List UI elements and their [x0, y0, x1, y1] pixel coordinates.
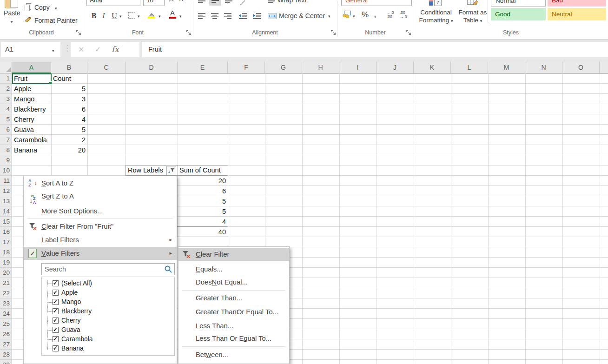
- drag-handle-icon[interactable]: ⋮: [63, 43, 71, 53]
- column-header-d[interactable]: D: [126, 62, 178, 73]
- sheet-row[interactable]: Guava 5: [12, 125, 87, 135]
- font-color-dropdown-icon[interactable]: [179, 14, 182, 18]
- underline-button[interactable]: U: [110, 10, 119, 21]
- decrease-decimal-icon[interactable]: .00→.0: [400, 11, 407, 19]
- sheet-row[interactable]: Cherry 4: [12, 114, 87, 125]
- sheet-row[interactable]: Banana 20: [12, 145, 87, 155]
- font-size-box[interactable]: 10: [143, 0, 165, 6]
- formula-bar[interactable]: Fruit: [142, 42, 608, 57]
- count-cell[interactable]: 5: [82, 125, 86, 135]
- style-good[interactable]: Good: [491, 8, 546, 20]
- style-normal[interactable]: Normal: [491, 0, 546, 7]
- row-header[interactable]: 8: [0, 145, 12, 155]
- pivot-value-cell[interactable]: 5: [178, 196, 228, 206]
- fruit-cell[interactable]: Blackberry: [14, 104, 46, 114]
- selected-cell-a1[interactable]: Fruit: [12, 73, 52, 84]
- row-header[interactable]: 28: [0, 350, 12, 360]
- submenu-item-less-than[interactable]: Less Than...: [178, 320, 289, 331]
- search-icon[interactable]: [164, 265, 172, 273]
- accounting-format-icon[interactable]: [342, 11, 351, 18]
- comma-style-button[interactable]: ,: [374, 8, 377, 19]
- row-header[interactable]: 15: [0, 217, 12, 227]
- row-header[interactable]: 19: [0, 258, 12, 268]
- checkbox-checked-icon[interactable]: [53, 280, 59, 286]
- row-header[interactable]: 5: [0, 114, 12, 125]
- submenu-item-greater-than-or-equal[interactable]: Greater Than Or Equal To...: [178, 306, 289, 318]
- row-header[interactable]: 23: [0, 298, 12, 309]
- decrease-indent-icon[interactable]: [239, 13, 247, 19]
- pivot-filter-button[interactable]: [166, 166, 176, 175]
- sheet-row[interactable]: Apple 5: [12, 84, 87, 94]
- fruit-cell[interactable]: Guava: [14, 125, 34, 135]
- merge-center-icon[interactable]: [268, 13, 277, 19]
- menu-item-clear-filter-from-fruit[interactable]: Clear Filter From "Fruit": [24, 220, 177, 232]
- column-header-i[interactable]: I: [339, 62, 377, 73]
- menu-item-value-filters[interactable]: ✓ Value Filters: [24, 247, 177, 260]
- copy-dropdown-icon[interactable]: [55, 7, 57, 10]
- checkbox-checked-icon[interactable]: [53, 327, 59, 333]
- cell-b1-count[interactable]: Count: [53, 73, 71, 84]
- row-header[interactable]: 21: [0, 278, 12, 288]
- style-bad[interactable]: Bad: [548, 0, 606, 7]
- cancel-icon[interactable]: ✕: [78, 42, 84, 57]
- row-header[interactable]: 7: [0, 135, 12, 145]
- row-header[interactable]: 2: [0, 84, 12, 94]
- fruit-cell[interactable]: Apple: [14, 84, 31, 94]
- merge-center-label[interactable]: Merge & Center: [279, 12, 325, 20]
- align-right-icon[interactable]: [224, 13, 231, 19]
- bottom-align-icon[interactable]: [225, 0, 232, 4]
- count-cell[interactable]: 4: [82, 114, 86, 125]
- font-name-box[interactable]: Arial: [86, 0, 140, 6]
- submenu-item-equals[interactable]: Equals...: [178, 264, 289, 275]
- column-header-partial[interactable]: [600, 62, 608, 73]
- paste-button[interactable]: Paste: [2, 0, 22, 28]
- submenu-item-greater-than[interactable]: Greater Than...: [178, 292, 289, 304]
- submenu-item-does-not-equal[interactable]: Does Not Equal...: [178, 277, 289, 288]
- count-cell[interactable]: 3: [82, 94, 86, 104]
- pivot-value-cell[interactable]: 5: [178, 206, 228, 217]
- fill-color-dropdown-icon[interactable]: [159, 14, 161, 18]
- paste-dropdown-icon[interactable]: [11, 20, 13, 24]
- row-header[interactable]: 16: [0, 227, 12, 237]
- fruit-cell[interactable]: Carambola: [14, 135, 47, 145]
- select-all-corner[interactable]: [0, 62, 12, 73]
- checkbox-checked-icon[interactable]: [53, 318, 59, 324]
- column-header-f[interactable]: F: [228, 62, 265, 73]
- count-cell[interactable]: 6: [82, 104, 86, 114]
- column-header-o[interactable]: O: [562, 62, 600, 73]
- sheet-row[interactable]: Mango 3: [12, 94, 87, 104]
- submenu-item-less-than-or-equal[interactable]: Less Than Or Equal To...: [178, 333, 289, 344]
- row-header[interactable]: 13: [0, 196, 12, 206]
- search-input[interactable]: [42, 264, 165, 275]
- filter-checkbox-item[interactable]: Guava: [42, 325, 174, 335]
- fruit-cell[interactable]: Mango: [14, 94, 34, 104]
- row-header[interactable]: 29: [0, 360, 12, 364]
- submenu-item-clear-filter[interactable]: Clear Filter: [178, 248, 289, 261]
- row-header[interactable]: 10: [0, 165, 12, 176]
- filter-checkbox-item[interactable]: Banana: [42, 344, 174, 353]
- borders-icon[interactable]: [128, 12, 135, 19]
- font-dialog-launcher-icon[interactable]: [186, 30, 192, 35]
- pivot-sum-header[interactable]: Sum of Count: [179, 165, 221, 175]
- menu-item-sort-z-to-a[interactable]: ZA↓ Sort Z to A: [24, 190, 177, 202]
- row-header[interactable]: 4: [0, 104, 12, 114]
- column-header-j[interactable]: J: [377, 62, 414, 73]
- column-header-h[interactable]: H: [302, 62, 339, 73]
- row-header[interactable]: 25: [0, 319, 12, 329]
- clipboard-dialog-launcher-icon[interactable]: [76, 30, 81, 35]
- count-cell[interactable]: 2: [82, 135, 86, 145]
- name-box[interactable]: A1: [1, 42, 60, 57]
- increase-font-size-icon[interactable]: A: [169, 0, 173, 3]
- alignment-dialog-launcher-icon[interactable]: [330, 30, 336, 35]
- checkbox-checked-icon[interactable]: [53, 308, 59, 314]
- wrap-text-icon[interactable]: [268, 0, 275, 4]
- menu-item-sort-a-to-z[interactable]: AZ↓ Sort A to Z: [24, 177, 177, 189]
- row-header[interactable]: 14: [0, 206, 12, 217]
- filter-checkbox-item[interactable]: Carambola: [42, 335, 174, 344]
- pivot-value-cell[interactable]: 4: [178, 217, 228, 227]
- enter-icon[interactable]: ✓: [95, 42, 101, 57]
- fill-handle[interactable]: [49, 81, 52, 85]
- pivot-value-cell[interactable]: 20: [178, 176, 228, 186]
- name-box-dropdown-icon[interactable]: [52, 49, 54, 53]
- number-dialog-launcher-icon[interactable]: [406, 30, 411, 35]
